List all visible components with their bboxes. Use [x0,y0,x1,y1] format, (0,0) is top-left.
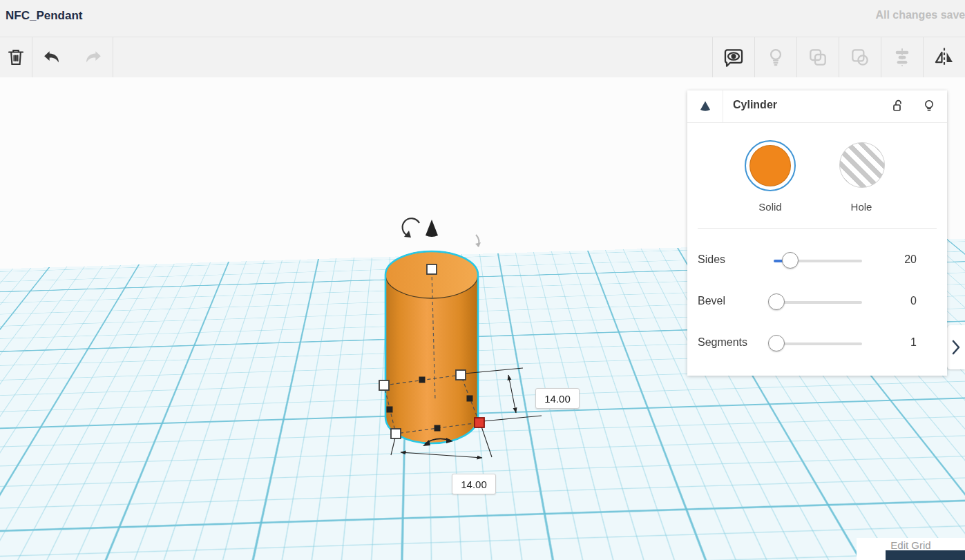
toolbar [0,37,965,78]
show-all-eye-icon [722,46,745,69]
document-title[interactable]: NFC_Pendant [6,9,82,23]
tinkercad-app: NFC_Pendant All changes saved [0,0,965,560]
solid-swatch-color [749,145,791,186]
inspector-header: Cylinder [687,90,947,123]
raise-handle-cone[interactable] [426,220,438,237]
hole-label: Hole [837,201,886,213]
collapse-panel-button[interactable] [687,90,723,122]
edge-handle[interactable] [419,377,426,383]
solid-swatch[interactable] [745,140,796,191]
rotate-arrowhead-faint [475,242,481,247]
corner-handle[interactable] [391,429,401,438]
toolbar-spacer [113,37,712,77]
collapse-cone-icon [697,98,714,115]
ungroup-button[interactable] [839,37,881,77]
sides-row: Sides 20 [687,249,947,273]
bevel-row: Bevel 0 [687,291,947,314]
chevron-right-icon [951,339,961,356]
bevel-slider-track[interactable] [774,301,862,304]
corner-handle-active[interactable] [475,418,484,427]
solid-label: Solid [745,201,796,213]
edit-grid-button[interactable]: Edit Grid [857,539,965,551]
inspector-divider [698,228,937,229]
sides-value: 20 [874,253,917,266]
save-status: All changes saved [875,9,965,21]
mirror-button[interactable] [923,37,965,77]
segments-value: 1 [874,336,917,349]
segments-slider-handle[interactable] [768,335,785,351]
rotate-handle-arrow[interactable] [403,218,419,235]
expand-panel-tab[interactable] [947,325,965,369]
undo-button[interactable] [32,37,73,77]
bevel-slider-handle[interactable] [768,293,785,310]
delete-button[interactable] [0,37,32,77]
redo-button[interactable] [73,37,113,77]
corner-handle[interactable] [379,380,389,390]
show-all-button[interactable] [712,37,754,77]
segments-label: Segments [698,336,747,349]
ungroup-icon [849,46,871,68]
bevel-label: Bevel [698,295,725,307]
bevel-value: 0 [874,295,917,307]
lock-button[interactable] [886,97,911,117]
toggle-visibility-button[interactable] [754,37,796,77]
group-button[interactable] [796,37,839,77]
mirror-icon [933,46,956,69]
dimension-label-width[interactable]: 14.00 [452,474,496,494]
align-button[interactable] [881,37,923,77]
top-bar: NFC_Pendant All changes saved [0,0,965,37]
group-icon [807,46,829,68]
segments-slider-track[interactable] [774,342,862,345]
align-icon [891,46,913,68]
dimension-label-depth[interactable]: 14.00 [535,388,580,409]
hole-swatch[interactable] [839,142,885,188]
shape-name-title: Cylinder [733,99,777,111]
trash-icon [6,47,26,68]
visibility-button[interactable] [917,97,942,117]
snap-grid-dropdown[interactable] [886,550,965,560]
shape-inspector-panel: Cylinder Solid Hole Sides [687,90,947,376]
undo-icon [42,47,63,68]
edge-handle[interactable] [434,425,441,432]
segments-row: Segments 1 [687,332,947,356]
sides-label: Sides [698,253,725,266]
corner-handle[interactable] [456,370,466,380]
lightbulb-icon [765,46,787,68]
sides-slider-track[interactable] [774,260,862,262]
height-handle[interactable] [427,264,437,274]
lightbulb-icon [921,98,937,115]
redo-icon [82,47,103,68]
unlocked-padlock-icon [890,98,907,115]
edge-handle[interactable] [387,407,393,413]
edge-handle[interactable] [467,396,473,402]
sides-slider-handle[interactable] [782,252,799,269]
